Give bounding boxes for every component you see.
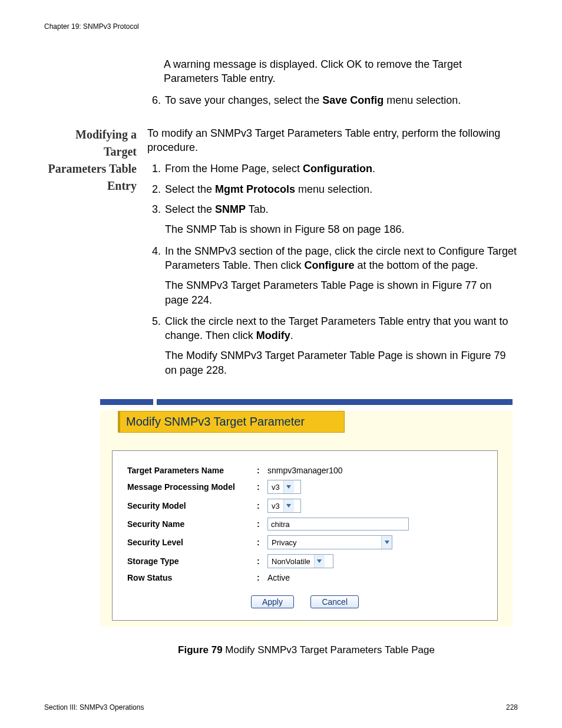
row-security-name: Security Name : chitra [127,518,482,531]
s3-sub: The SNMP Tab is shown in Figure 58 on pa… [165,222,518,236]
s3-pre: Select the [165,203,215,215]
select-sec-model-text: v3 [268,502,283,510]
label-mpm: Message Processing Model [127,482,257,492]
label-sec-model: Security Model [127,501,257,510]
chevron-down-icon [381,536,392,549]
footer-page-number: 228 [506,703,518,711]
banner-title: Modify SNMPv3 Target Parameter [126,415,305,428]
row-target-name: Target Parameters Name : snmpv3manager10… [127,466,482,475]
s3-bold: SNMP [215,203,246,215]
value-target-name: snmpv3manager100 [267,466,343,475]
footer-section: Section III: SNMPv3 Operations [44,703,144,711]
figure-banner: Modify SNMPv3 Target Parameter [118,411,345,433]
caption-bold: Figure 79 [178,644,223,655]
block-modifying: Modifying a Target Parameters Table Entr… [44,126,518,384]
row-row-status: Row Status : Active [127,573,482,582]
label-storage: Storage Type [127,556,257,566]
caption-rest: Modify SNMPv3 Target Parameters Table Pa… [223,644,435,655]
label-sec-level: Security Level [127,538,257,547]
page-footer: Section III: SNMPv3 Operations 228 [44,703,518,711]
s5-pre: Click the circle next to the Target Para… [165,315,508,341]
step-4: In the SNMPv3 section of the page, click… [164,244,518,307]
cancel-button[interactable]: Cancel [310,595,359,608]
input-sec-name[interactable]: chitra [267,518,409,531]
step-2: Select the Mgmt Protocols menu selection… [164,182,518,196]
chapter-header: Chapter 19: SNMPv3 Protocol [44,22,518,31]
row-storage-type: Storage Type : NonVolatile [127,554,482,568]
s2-post: menu selection. [295,183,372,195]
s4-sub: The SNMPv3 Target Parameters Table Page … [165,278,518,307]
step-5: Click the circle next to the Target Para… [164,314,518,377]
figure-topbar [100,399,513,405]
warning-paragraph: A warning message is displayed. Click OK… [164,57,518,86]
row-security-model: Security Model : v3 [127,499,482,513]
step6-post: menu selection. [384,94,461,106]
s1-post: . [372,163,375,174]
select-mpm[interactable]: v3 [267,480,301,494]
value-row-status: Active [267,573,290,582]
s2-pre: Select the [165,183,215,195]
figure-caption: Figure 79 Modify SNMPv3 Target Parameter… [100,644,513,656]
s4-post: at the bottom of the page. [354,259,478,271]
label-sec-name: Security Name [127,519,257,529]
step6-pre: To save your changes, select the [165,94,322,106]
lead-paragraph: To modify an SNMPv3 Target Parameters Ta… [147,126,518,155]
s1-pre: From the Home Page, select [165,163,303,174]
button-row: Apply Cancel [127,595,482,608]
chevron-down-icon [283,480,294,493]
s2-bold: Mgmt Protocols [215,183,295,195]
step-3: Select the SNMP Tab. The SNMP Tab is sho… [164,202,518,237]
prev-steps-continued: To save your changes, select the Save Co… [147,93,518,107]
s3-post: Tab. [246,203,269,215]
page: Chapter 19: SNMPv3 Protocol A warning me… [0,0,562,728]
row-mpm: Message Processing Model : v3 [127,480,482,494]
block-intro: A warning message is displayed. Click OK… [44,57,518,113]
apply-button[interactable]: Apply [251,595,294,608]
chevron-down-icon [283,499,294,512]
step-6: To save your changes, select the Save Co… [164,93,518,107]
s4-bold: Configure [304,259,354,271]
s1-bold: Configuration [303,163,372,174]
select-storage[interactable]: NonVolatile [267,554,333,568]
chevron-down-icon [314,555,325,568]
select-sec-level[interactable]: Privacy [267,535,392,549]
side-heading: Modifying a Target Parameters Table Entr… [44,126,137,195]
s5-sub: The Modify SNMPv3 Target Parameter Table… [165,348,518,377]
select-storage-text: NonVolatile [268,557,314,566]
select-sec-level-text: Privacy [268,538,381,547]
form-panel: Target Parameters Name : snmpv3manager10… [112,450,498,621]
select-mpm-text: v3 [268,483,283,492]
row-security-level: Security Level : Privacy [127,535,482,549]
procedure-steps: From the Home Page, select Configuration… [147,162,518,377]
step-1: From the Home Page, select Configuration… [164,162,518,176]
label-row-status: Row Status [127,573,257,582]
figure-body: Modify SNMPv3 Target Parameter Target Pa… [100,411,513,627]
s5-bold: Modify [256,330,290,341]
label-target-name: Target Parameters Name [127,466,257,475]
figure-79: Modify SNMPv3 Target Parameter Target Pa… [100,399,513,656]
step6-bold: Save Config [322,94,384,106]
select-sec-model[interactable]: v3 [267,499,301,513]
s5-post: . [290,330,293,341]
